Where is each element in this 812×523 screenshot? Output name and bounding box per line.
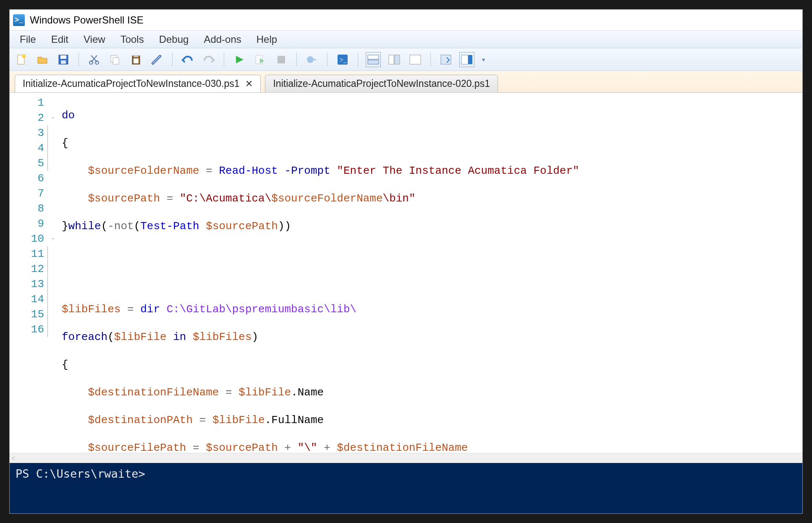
line-number: 2 xyxy=(10,110,44,126)
run-selection-icon[interactable] xyxy=(253,52,268,67)
code-token: in xyxy=(167,331,193,343)
fold-toggle-icon[interactable]: - xyxy=(51,235,55,242)
code-area[interactable]: do { $sourceFolderName = Read-Host -Prom… xyxy=(58,93,802,453)
undo-icon[interactable] xyxy=(180,52,195,67)
code-token: do xyxy=(62,109,75,122)
line-number: 5 xyxy=(10,156,44,171)
svg-rect-18 xyxy=(368,60,379,64)
redo-icon[interactable] xyxy=(201,52,216,67)
code-token: while xyxy=(68,220,101,233)
code-token: "\" xyxy=(298,442,317,453)
console-pane[interactable]: PS C:\Users\rwaite> xyxy=(10,463,802,513)
tab-inactive[interactable]: Initialize-AcumaticaProjectToNewInstance… xyxy=(265,75,498,92)
code-token: = xyxy=(160,192,180,205)
code-token: } xyxy=(62,220,68,233)
menu-help[interactable]: Help xyxy=(251,32,283,47)
toolbar-separator xyxy=(327,52,327,67)
paste-icon[interactable] xyxy=(128,52,144,67)
code-token: FullName xyxy=(271,414,324,426)
menu-edit[interactable]: Edit xyxy=(45,32,74,47)
svg-rect-17 xyxy=(368,55,379,59)
line-number: 3 xyxy=(10,126,44,141)
menu-addons[interactable]: Add-ons xyxy=(198,32,247,47)
code-token: dir xyxy=(140,303,160,316)
line-number: 10 xyxy=(10,231,44,246)
code-token: "C:\Acumatica\ xyxy=(180,192,271,205)
open-folder-icon[interactable] xyxy=(35,52,50,67)
title-bar: >_ Windows PowerShell ISE xyxy=(10,10,802,31)
layout-side-icon[interactable] xyxy=(387,52,402,67)
powershell-remote-icon[interactable]: >_ xyxy=(335,52,350,67)
clear-icon[interactable] xyxy=(149,52,165,67)
script-editor[interactable]: 1 2 3 4 5 6 7 8 9 10 11 12 13 14 15 16 -… xyxy=(10,93,802,453)
line-number: 11 xyxy=(10,246,44,262)
menu-file[interactable]: File xyxy=(14,32,42,47)
powershell-app-icon: >_ xyxy=(13,14,25,26)
svg-rect-20 xyxy=(395,55,400,64)
code-token: $sourceFolderName xyxy=(271,192,382,205)
line-number: 4 xyxy=(10,141,44,156)
svg-point-1 xyxy=(22,54,26,58)
code-token: ( xyxy=(107,331,114,343)
code-token: $sourceFilePath xyxy=(88,442,186,453)
svg-text:>_: >_ xyxy=(340,56,347,63)
code-token: foreach xyxy=(62,331,107,343)
code-token: ( xyxy=(101,220,108,233)
line-number: 14 xyxy=(10,292,44,307)
line-number: 16 xyxy=(10,322,44,337)
svg-rect-23 xyxy=(461,55,468,64)
svg-rect-8 xyxy=(113,58,119,64)
code-token: $libFile xyxy=(114,331,167,343)
code-token: )) xyxy=(278,220,291,233)
svg-rect-21 xyxy=(410,55,421,64)
console-prompt: PS C:\Users\rwaite> xyxy=(16,467,145,480)
code-token: { xyxy=(62,358,68,371)
code-token: $destinationFileName xyxy=(337,442,468,453)
code-token: $libFile xyxy=(212,414,265,426)
code-token: = xyxy=(199,165,219,177)
code-token: = xyxy=(120,303,140,316)
tab-close-icon[interactable]: ✕ xyxy=(245,78,253,89)
code-token: Name xyxy=(298,386,324,399)
save-icon[interactable] xyxy=(56,52,71,67)
ise-window: >_ Windows PowerShell ISE File Edit View… xyxy=(9,9,803,514)
menu-debug[interactable]: Debug xyxy=(153,32,195,47)
line-number: 6 xyxy=(10,171,44,186)
toolbar-separator xyxy=(79,52,79,67)
copy-icon[interactable] xyxy=(107,52,123,67)
line-number: 13 xyxy=(10,277,44,292)
line-number: 12 xyxy=(10,262,44,277)
breakpoint-icon[interactable] xyxy=(304,52,320,67)
new-file-icon[interactable] xyxy=(14,52,29,67)
line-number: 8 xyxy=(10,201,44,216)
layout-console-icon[interactable] xyxy=(408,52,423,67)
svg-rect-4 xyxy=(61,60,66,64)
code-token: $sourcePath xyxy=(206,442,278,453)
code-token: ) xyxy=(252,331,259,343)
code-token: -not xyxy=(107,220,134,233)
menu-view[interactable]: View xyxy=(78,32,111,47)
command-addon-icon[interactable] xyxy=(459,52,474,67)
code-token: C:\GitLab\pspremiumbasic\lib\ xyxy=(167,303,356,316)
tab-active-label: Initialize-AcumaticaProjectToNewInstance… xyxy=(23,78,239,89)
toolbar-separator xyxy=(296,52,297,67)
toolbar-separator xyxy=(224,52,224,67)
run-icon[interactable] xyxy=(232,52,247,67)
code-token: + xyxy=(317,442,337,453)
toolbar-separator xyxy=(430,52,431,67)
code-token: Read-Host xyxy=(219,165,278,177)
fold-toggle-icon[interactable]: - xyxy=(51,115,55,121)
code-token xyxy=(199,220,206,233)
cut-icon[interactable] xyxy=(86,52,102,67)
show-command-icon[interactable] xyxy=(438,52,453,67)
layout-split-icon[interactable] xyxy=(366,52,381,67)
horizontal-scrollbar[interactable]: < xyxy=(10,453,802,463)
svg-rect-24 xyxy=(468,55,472,64)
line-number: 1 xyxy=(10,95,44,110)
toolbar-overflow-icon[interactable]: ▾ xyxy=(482,56,485,63)
menu-tools[interactable]: Tools xyxy=(115,32,150,47)
code-token: . xyxy=(291,386,298,399)
tab-strip: Initialize-AcumaticaProjectToNewInstance… xyxy=(10,71,802,93)
tab-active[interactable]: Initialize-AcumaticaProjectToNewInstance… xyxy=(15,75,261,92)
stop-icon[interactable] xyxy=(274,52,289,67)
